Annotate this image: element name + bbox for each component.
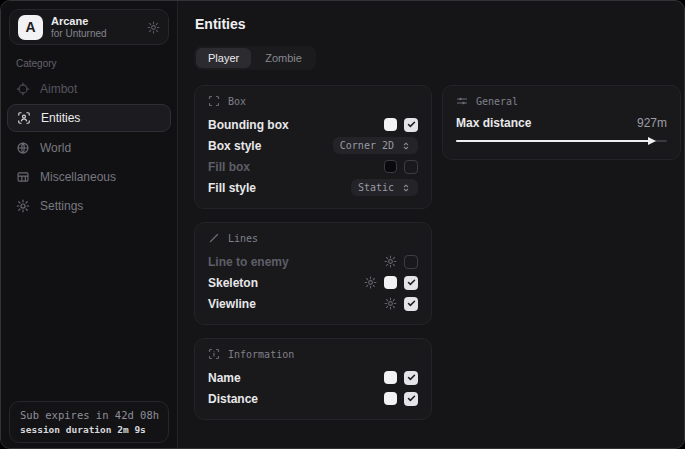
fill-box-color-swatch[interactable] <box>384 160 397 173</box>
app-subtitle: for Unturned <box>51 28 139 40</box>
skeleton-row: Skeleton <box>208 272 418 293</box>
distance-row: Distance <box>208 388 418 409</box>
box-section-card: Box Bounding box Box style <box>194 85 432 209</box>
entity-tabs: Player Zombie <box>194 46 316 70</box>
skeleton-label: Skeleton <box>208 276 258 290</box>
skeleton-color-swatch[interactable] <box>384 276 397 289</box>
viewline-settings-icon[interactable] <box>384 297 397 310</box>
general-section-card: General Max distance 927m <box>442 85 681 160</box>
chevrons-up-down-icon <box>401 141 411 151</box>
name-color-swatch[interactable] <box>384 371 397 384</box>
right-column: General Max distance 927m <box>442 85 681 160</box>
tab-player[interactable]: Player <box>196 48 251 68</box>
lines-section-header: Lines <box>208 232 418 244</box>
box-style-dropdown[interactable]: Corner 2D <box>333 137 418 154</box>
section-title: Lines <box>228 233 258 244</box>
sidebar-item-settings[interactable]: Settings <box>7 192 171 219</box>
distance-color-swatch[interactable] <box>384 392 397 405</box>
fill-box-label: Fill box <box>208 160 250 174</box>
max-distance-slider-fill <box>456 140 650 142</box>
skeleton-checkbox[interactable] <box>404 276 418 290</box>
sliders-icon <box>456 95 468 107</box>
fill-box-row: Fill box <box>208 156 418 177</box>
name-label: Name <box>208 371 241 385</box>
max-distance-label: Max distance <box>456 116 531 130</box>
viewline-label: Viewline <box>208 297 256 311</box>
section-title: Information <box>228 349 294 360</box>
max-distance-slider[interactable] <box>456 136 667 146</box>
fill-style-row: Fill style Static <box>208 177 418 198</box>
section-title: General <box>476 96 518 107</box>
sidebar-item-label: Miscellaneous <box>40 170 116 184</box>
general-section-header: General <box>456 95 667 107</box>
sidebar-item-label: Settings <box>40 199 83 213</box>
sidebar-nav: Aimbot Entities World Miscellaneous <box>1 75 177 219</box>
lines-section-card: Lines Line to enemy Skeleton <box>194 222 432 325</box>
information-section-card: Information Name Distance <box>194 338 432 420</box>
slider-thumb[interactable] <box>648 137 656 145</box>
sidebar-item-aimbot[interactable]: Aimbot <box>7 75 171 102</box>
logo-letter: A <box>25 19 35 35</box>
arcane-logo: A <box>18 15 43 40</box>
box-style-value: Corner 2D <box>340 140 394 151</box>
grid-icon <box>16 170 30 184</box>
session-duration-text: session duration 2m 9s <box>20 424 158 435</box>
line-to-enemy-label: Line to enemy <box>208 255 289 269</box>
app-title: Arcane <box>51 15 139 28</box>
fill-style-value: Static <box>358 182 394 193</box>
information-section-header: Information <box>208 348 418 360</box>
information-icon <box>208 348 220 360</box>
sidebar-item-label: Entities <box>41 111 80 125</box>
line-to-enemy-checkbox[interactable] <box>404 255 418 269</box>
sub-expires-text: Sub expires in 42d 08h <box>20 409 158 421</box>
sidebar-item-label: World <box>40 141 71 155</box>
entities-icon <box>17 111 31 125</box>
logo-card: A Arcane for Unturned <box>9 9 169 45</box>
sidebar-item-label: Aimbot <box>40 82 77 96</box>
distance-label: Distance <box>208 392 258 406</box>
scan-box-icon <box>208 95 220 107</box>
fill-style-label: Fill style <box>208 181 256 195</box>
skeleton-settings-icon[interactable] <box>364 276 377 289</box>
page-title: Entities <box>195 16 681 32</box>
gear-icon <box>16 199 30 213</box>
distance-checkbox[interactable] <box>404 392 418 406</box>
line-to-enemy-row: Line to enemy <box>208 251 418 272</box>
max-distance-row: Max distance 927m <box>456 114 667 132</box>
settings-columns: Box Bounding box Box style <box>194 85 681 420</box>
sidebar-item-entities[interactable]: Entities <box>7 104 171 132</box>
left-column: Box Bounding box Box style <box>194 85 432 420</box>
main-panel: Entities Player Zombie Box Bounding bo <box>178 1 685 448</box>
box-style-row: Box style Corner 2D <box>208 135 418 156</box>
line-icon <box>208 232 220 244</box>
viewline-row: Viewline <box>208 293 418 314</box>
logo-text: Arcane for Unturned <box>51 15 139 39</box>
box-section-header: Box <box>208 95 418 107</box>
app-window: A Arcane for Unturned Category Aimbot <box>0 0 685 449</box>
globe-icon <box>16 141 30 155</box>
bounding-box-checkbox[interactable] <box>404 118 418 132</box>
max-distance-value: 927m <box>637 116 667 130</box>
line-to-enemy-settings-icon[interactable] <box>384 255 397 268</box>
sidebar: A Arcane for Unturned Category Aimbot <box>1 1 178 448</box>
category-label: Category <box>16 58 177 69</box>
box-style-label: Box style <box>208 139 261 153</box>
bounding-box-color-swatch[interactable] <box>384 118 397 131</box>
crosshair-icon <box>16 82 30 96</box>
chevrons-up-down-icon <box>401 183 411 193</box>
subscription-status-card: Sub expires in 42d 08h session duration … <box>9 401 169 443</box>
bounding-box-label: Bounding box <box>208 118 289 132</box>
logo-settings-icon[interactable] <box>147 21 160 34</box>
sidebar-item-world[interactable]: World <box>7 134 171 161</box>
name-checkbox[interactable] <box>404 371 418 385</box>
fill-style-dropdown[interactable]: Static <box>351 179 418 196</box>
tab-zombie[interactable]: Zombie <box>253 48 314 68</box>
bounding-box-row: Bounding box <box>208 114 418 135</box>
name-row: Name <box>208 367 418 388</box>
section-title: Box <box>228 96 246 107</box>
viewline-checkbox[interactable] <box>404 297 418 311</box>
fill-box-checkbox[interactable] <box>404 160 418 174</box>
sidebar-item-miscellaneous[interactable]: Miscellaneous <box>7 163 171 190</box>
